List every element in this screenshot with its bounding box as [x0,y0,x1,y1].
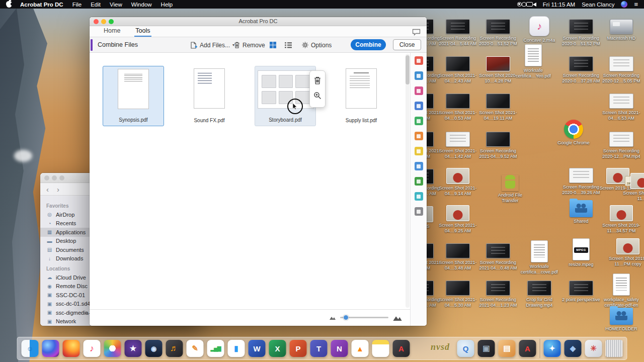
desktop-icon-screen-shot-2019-11-34-57-pm[interactable]: Screen Shot 2019-11…34.57 PM [602,205,640,234]
acrobat-window[interactable]: Acrobat Pro DC HomeTools Combine Files A… [90,17,427,326]
pages-dock-icon[interactable]: ✎ [187,340,204,357]
desktop-icon-screen-shot-2021-04-0-53-am[interactable]: Screen Shot 2021-04…0.53 AM [439,94,477,121]
garageband-dock-icon[interactable]: ♬ [166,340,183,357]
create-pdf-tool-icon[interactable] [415,71,423,80]
desktop-icon-screen-shot-2021-04-9-14-am[interactable]: Screen Shot 2021-04…9.14 AM [439,168,477,197]
menubar-menu-edit[interactable]: Edit [91,2,101,8]
edit-pdf-tool-icon[interactable] [415,132,423,140]
desktop-icon-shared[interactable]: Shared [562,200,600,224]
powerpoint-dock-icon[interactable]: P [290,340,307,357]
finder-dock-icon[interactable]: ☺ [22,340,39,357]
desktop-icon-screen-recording-2021-04-0-48-am[interactable]: Screen Recording 2021-04…0.48 AM [479,243,517,271]
file-card-supplylist[interactable]: Supply list.pdf [331,66,392,126]
desktop-icon-workplace-safety-certificate-pdf-en[interactable]: workplace_safety certificate-pdf-en [602,274,640,308]
scrollbar-thumb[interactable] [406,55,410,84]
steam-dock-icon[interactable]: ◉ [145,340,163,357]
grid-view-button[interactable] [270,37,276,53]
desktop-icon-screen-shot-2021-04-6-53-am[interactable]: Screen Shot 2021-04…6.53 AM [602,94,640,121]
feedback-bubble-icon[interactable] [412,29,421,38]
keynote-dock-icon[interactable]: ▮ [228,340,245,357]
safari-dock-icon[interactable]: ✦ [544,340,561,357]
acrobat-pro-dock-icon[interactable]: A [393,340,410,357]
onenote-dock-icon[interactable]: N [331,340,348,357]
desktop-icon-worksafe-certifica-yeo-pdf[interactable]: Worksafe certifica…Yeo.pdf [514,44,552,79]
organize-pages-tool-icon[interactable] [415,86,423,95]
file-card-synopsis[interactable]: Synopsis.pdf [103,66,164,126]
delete-file-icon[interactable] [314,76,321,86]
remove-button[interactable]: Remove [234,37,265,53]
eject-icon[interactable]: ⏏ [85,310,89,315]
siri-dock-icon[interactable] [42,340,59,357]
numbers-dock-icon[interactable]: ▂▅▇ [207,340,224,357]
desktop-icon-android-file-transfer[interactable]: Android File Transfer [491,175,529,204]
desktop-icon-2-point-perspective[interactable]: 2 point perspective [562,281,600,303]
trash-dock-icon[interactable] [606,340,623,357]
desktop-icon-screen-shot-2021-04-19-11-am[interactable]: Screen Shot 2021-04…19.11 AM [479,94,517,121]
volume-icon[interactable] [533,3,536,7]
options-button[interactable]: Options [302,37,332,53]
back-icon[interactable]: ‹ [46,185,49,194]
desktop-icon-google-chrome[interactable]: Google Chrome [554,120,593,146]
close-tool-button[interactable]: Close [393,39,421,50]
menubar-menu-file[interactable]: File [72,2,82,8]
zoom-button[interactable] [59,175,64,180]
forward-icon[interactable]: › [57,185,59,194]
desktop-icon-screen-recording-2021-04-5-44-am[interactable]: Screen Recording 2021-04…5.44 AM [439,19,477,47]
imovie-dock-icon[interactable]: ★ [125,340,142,357]
add-files-button[interactable]: Add Files... ▾ [190,37,234,53]
firefox-dock-icon[interactable] [63,340,80,357]
blue-app-dock-icon[interactable]: ◆ [565,340,582,357]
word-dock-icon[interactable]: W [249,340,266,357]
file-card-soundfx[interactable]: Sound FX.pdf [179,66,240,126]
comment-tool-icon[interactable] [415,147,423,155]
acrobat-titlebar[interactable]: Acrobat Pro DC [90,17,427,26]
more-tools-tool-icon[interactable] [415,207,423,216]
minimize-button[interactable] [52,175,57,180]
desktop-icon-screen-recording-2020-0-37-28-am[interactable]: Screen Recording 2020-0…37.28 AM [562,56,600,84]
notification-icon[interactable] [522,2,526,7]
vlc-dock-icon[interactable]: ▲ [352,340,369,357]
menubar-menu-view[interactable]: View [110,2,122,8]
desktop-icon-concave-2-m4a[interactable]: Concave 2.m4a [520,16,558,43]
zoom-preview-icon[interactable] [313,92,321,102]
tab-home[interactable]: Home [103,27,121,37]
desktop-icon-macintosh-hd[interactable]: Macintosh HD [602,19,640,41]
desktop-icon-screen-shot-2019-11-pm-copy[interactable]: Screen Shot 2019-11…PM copy [609,238,644,267]
notification-center-icon[interactable]: ≡ [634,1,638,8]
desktop-icon-screen-recording-2021-04-9-52-am[interactable]: Screen Recording 2021-04…9.52 AM [479,132,517,159]
protect-tool-icon[interactable] [415,192,423,201]
desktop-icon-resize-mpeg[interactable]: MPEGresize.mpeg [562,238,600,267]
screen-record-icon[interactable] [517,2,522,7]
zoom-slider-knob[interactable] [343,315,349,320]
excel-dock-icon[interactable]: X [269,340,286,357]
menubar-menu-help[interactable]: Help [161,2,173,8]
photos-dock-icon[interactable] [104,340,121,357]
close-button[interactable] [44,175,49,180]
zoom-button[interactable] [109,19,114,24]
desktop-icon-screen-recording-2020-12-pm-mp4[interactable]: Screen Recording 2020-12…PM.mp4 [602,132,640,159]
screenshot-app-dock-icon[interactable]: ▣ [478,340,495,357]
desktop-icon-screen-shot-2020-10-4-28-pm[interactable]: Screen Shot 2020-10…4.28 PM [479,56,517,84]
send-track-tool-icon[interactable] [415,177,423,186]
desktop-icon-screen-shot-2021-04-3-48-am[interactable]: Screen Shot 2021-04…3.48 AM [439,243,477,271]
teams-dock-icon[interactable]: T [310,340,328,357]
desktop-icon-homefolder[interactable]: HOMEFOLDER [602,308,640,332]
menubar-clock[interactable]: Fri 11:15 AM [543,2,575,8]
fill-sign-tool-icon[interactable] [415,162,423,170]
desktop-icon-screen-shot-2021-04-2-43-am[interactable]: Screen Shot 2021-04…2.43 AM [439,56,477,84]
list-view-button[interactable] [285,37,292,53]
tab-tools[interactable]: Tools [134,27,151,37]
desktop-icon-screen-shot-2021-04-5-30-am[interactable]: Screen Shot 2021-04…5.30 AM [439,281,477,308]
close-button[interactable] [94,19,99,24]
apple-menu-icon[interactable] [6,1,12,8]
minimize-button[interactable] [101,19,106,24]
menubar-menu-window[interactable]: Window [131,2,152,8]
file-card-storyboard[interactable]: Storyboard.pdf [255,66,316,126]
desktop-icon-screen-shot-2021-04-9-25-am[interactable]: Screen Shot 2021-04…9.25 AM [439,205,477,234]
siri-icon[interactable] [621,1,627,8]
acrobat-reader-dock-icon[interactable]: A [519,340,536,357]
menubar-app-name[interactable]: Acrobat Pro DC [20,2,63,8]
orange-app-dock-icon[interactable]: ▤ [499,340,516,357]
desktop-icon-screen-recording-2020-12-5-05-pm[interactable]: Screen Recording 2020-12…5.05 PM [602,56,640,84]
gray-app-dock-icon[interactable]: ✳ [585,340,602,357]
